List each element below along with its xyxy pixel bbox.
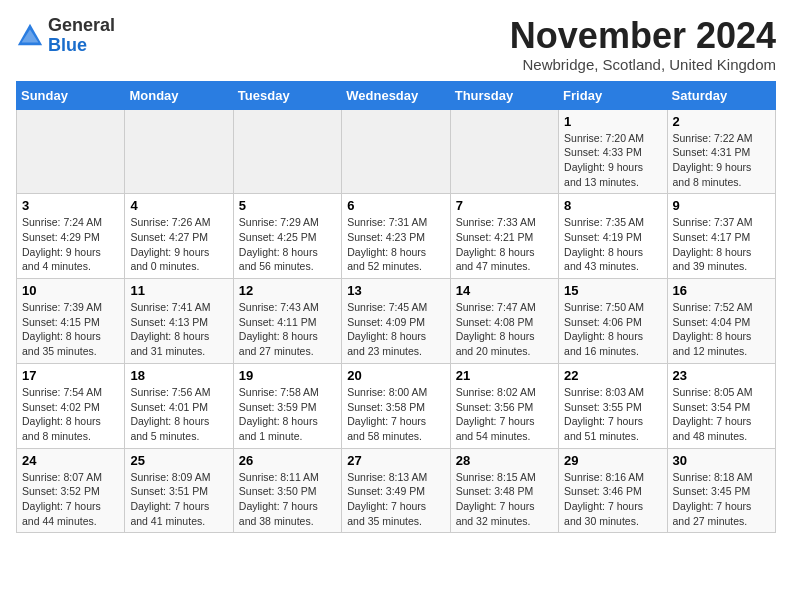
day-number: 26 bbox=[239, 453, 336, 468]
day-number: 3 bbox=[22, 198, 119, 213]
calendar-cell: 20Sunrise: 8:00 AM Sunset: 3:58 PM Dayli… bbox=[342, 363, 450, 448]
day-info: Sunrise: 7:56 AM Sunset: 4:01 PM Dayligh… bbox=[130, 385, 227, 444]
calendar-header-friday: Friday bbox=[559, 81, 667, 109]
day-number: 7 bbox=[456, 198, 553, 213]
logo-general: General bbox=[48, 15, 115, 35]
day-info: Sunrise: 8:13 AM Sunset: 3:49 PM Dayligh… bbox=[347, 470, 444, 529]
calendar-cell: 14Sunrise: 7:47 AM Sunset: 4:08 PM Dayli… bbox=[450, 279, 558, 364]
calendar-cell: 23Sunrise: 8:05 AM Sunset: 3:54 PM Dayli… bbox=[667, 363, 775, 448]
calendar-header-wednesday: Wednesday bbox=[342, 81, 450, 109]
day-number: 19 bbox=[239, 368, 336, 383]
day-info: Sunrise: 8:05 AM Sunset: 3:54 PM Dayligh… bbox=[673, 385, 770, 444]
day-number: 29 bbox=[564, 453, 661, 468]
day-info: Sunrise: 7:29 AM Sunset: 4:25 PM Dayligh… bbox=[239, 215, 336, 274]
day-info: Sunrise: 8:00 AM Sunset: 3:58 PM Dayligh… bbox=[347, 385, 444, 444]
calendar-cell: 2Sunrise: 7:22 AM Sunset: 4:31 PM Daylig… bbox=[667, 109, 775, 194]
calendar-cell: 16Sunrise: 7:52 AM Sunset: 4:04 PM Dayli… bbox=[667, 279, 775, 364]
day-info: Sunrise: 7:58 AM Sunset: 3:59 PM Dayligh… bbox=[239, 385, 336, 444]
day-number: 30 bbox=[673, 453, 770, 468]
calendar-cell bbox=[233, 109, 341, 194]
calendar-cell: 12Sunrise: 7:43 AM Sunset: 4:11 PM Dayli… bbox=[233, 279, 341, 364]
month-title: November 2024 bbox=[510, 16, 776, 56]
calendar-cell: 29Sunrise: 8:16 AM Sunset: 3:46 PM Dayli… bbox=[559, 448, 667, 533]
day-number: 5 bbox=[239, 198, 336, 213]
calendar-week-row: 1Sunrise: 7:20 AM Sunset: 4:33 PM Daylig… bbox=[17, 109, 776, 194]
calendar-cell: 13Sunrise: 7:45 AM Sunset: 4:09 PM Dayli… bbox=[342, 279, 450, 364]
calendar-cell: 10Sunrise: 7:39 AM Sunset: 4:15 PM Dayli… bbox=[17, 279, 125, 364]
day-info: Sunrise: 7:31 AM Sunset: 4:23 PM Dayligh… bbox=[347, 215, 444, 274]
calendar-cell: 7Sunrise: 7:33 AM Sunset: 4:21 PM Daylig… bbox=[450, 194, 558, 279]
calendar-cell: 9Sunrise: 7:37 AM Sunset: 4:17 PM Daylig… bbox=[667, 194, 775, 279]
calendar-cell bbox=[450, 109, 558, 194]
calendar-week-row: 17Sunrise: 7:54 AM Sunset: 4:02 PM Dayli… bbox=[17, 363, 776, 448]
day-info: Sunrise: 8:16 AM Sunset: 3:46 PM Dayligh… bbox=[564, 470, 661, 529]
day-info: Sunrise: 8:07 AM Sunset: 3:52 PM Dayligh… bbox=[22, 470, 119, 529]
calendar-cell: 3Sunrise: 7:24 AM Sunset: 4:29 PM Daylig… bbox=[17, 194, 125, 279]
calendar-week-row: 10Sunrise: 7:39 AM Sunset: 4:15 PM Dayli… bbox=[17, 279, 776, 364]
location: Newbridge, Scotland, United Kingdom bbox=[510, 56, 776, 73]
day-info: Sunrise: 7:39 AM Sunset: 4:15 PM Dayligh… bbox=[22, 300, 119, 359]
calendar-week-row: 3Sunrise: 7:24 AM Sunset: 4:29 PM Daylig… bbox=[17, 194, 776, 279]
calendar-cell: 4Sunrise: 7:26 AM Sunset: 4:27 PM Daylig… bbox=[125, 194, 233, 279]
day-info: Sunrise: 8:09 AM Sunset: 3:51 PM Dayligh… bbox=[130, 470, 227, 529]
calendar-cell: 5Sunrise: 7:29 AM Sunset: 4:25 PM Daylig… bbox=[233, 194, 341, 279]
day-info: Sunrise: 7:37 AM Sunset: 4:17 PM Dayligh… bbox=[673, 215, 770, 274]
calendar-cell: 19Sunrise: 7:58 AM Sunset: 3:59 PM Dayli… bbox=[233, 363, 341, 448]
calendar-cell: 17Sunrise: 7:54 AM Sunset: 4:02 PM Dayli… bbox=[17, 363, 125, 448]
calendar-cell: 11Sunrise: 7:41 AM Sunset: 4:13 PM Dayli… bbox=[125, 279, 233, 364]
day-info: Sunrise: 8:11 AM Sunset: 3:50 PM Dayligh… bbox=[239, 470, 336, 529]
logo: General Blue bbox=[16, 16, 115, 56]
day-number: 2 bbox=[673, 114, 770, 129]
day-number: 17 bbox=[22, 368, 119, 383]
calendar-header-monday: Monday bbox=[125, 81, 233, 109]
page-header: General Blue November 2024 Newbridge, Sc… bbox=[16, 16, 776, 73]
day-number: 9 bbox=[673, 198, 770, 213]
day-info: Sunrise: 7:20 AM Sunset: 4:33 PM Dayligh… bbox=[564, 131, 661, 190]
calendar-cell: 26Sunrise: 8:11 AM Sunset: 3:50 PM Dayli… bbox=[233, 448, 341, 533]
calendar-header-row: SundayMondayTuesdayWednesdayThursdayFrid… bbox=[17, 81, 776, 109]
day-number: 10 bbox=[22, 283, 119, 298]
day-number: 6 bbox=[347, 198, 444, 213]
day-info: Sunrise: 7:50 AM Sunset: 4:06 PM Dayligh… bbox=[564, 300, 661, 359]
day-info: Sunrise: 8:02 AM Sunset: 3:56 PM Dayligh… bbox=[456, 385, 553, 444]
logo-text: General Blue bbox=[48, 16, 115, 56]
title-block: November 2024 Newbridge, Scotland, Unite… bbox=[510, 16, 776, 73]
day-info: Sunrise: 7:35 AM Sunset: 4:19 PM Dayligh… bbox=[564, 215, 661, 274]
day-number: 23 bbox=[673, 368, 770, 383]
calendar-cell: 24Sunrise: 8:07 AM Sunset: 3:52 PM Dayli… bbox=[17, 448, 125, 533]
day-number: 11 bbox=[130, 283, 227, 298]
calendar-table: SundayMondayTuesdayWednesdayThursdayFrid… bbox=[16, 81, 776, 534]
calendar-cell: 28Sunrise: 8:15 AM Sunset: 3:48 PM Dayli… bbox=[450, 448, 558, 533]
day-number: 15 bbox=[564, 283, 661, 298]
calendar-header-sunday: Sunday bbox=[17, 81, 125, 109]
calendar-cell bbox=[342, 109, 450, 194]
day-number: 4 bbox=[130, 198, 227, 213]
day-number: 21 bbox=[456, 368, 553, 383]
day-info: Sunrise: 7:33 AM Sunset: 4:21 PM Dayligh… bbox=[456, 215, 553, 274]
calendar-cell: 30Sunrise: 8:18 AM Sunset: 3:45 PM Dayli… bbox=[667, 448, 775, 533]
calendar-header-saturday: Saturday bbox=[667, 81, 775, 109]
day-number: 8 bbox=[564, 198, 661, 213]
day-number: 27 bbox=[347, 453, 444, 468]
day-number: 13 bbox=[347, 283, 444, 298]
day-number: 20 bbox=[347, 368, 444, 383]
day-info: Sunrise: 8:15 AM Sunset: 3:48 PM Dayligh… bbox=[456, 470, 553, 529]
calendar-cell: 6Sunrise: 7:31 AM Sunset: 4:23 PM Daylig… bbox=[342, 194, 450, 279]
day-number: 12 bbox=[239, 283, 336, 298]
calendar-cell: 21Sunrise: 8:02 AM Sunset: 3:56 PM Dayli… bbox=[450, 363, 558, 448]
day-info: Sunrise: 8:18 AM Sunset: 3:45 PM Dayligh… bbox=[673, 470, 770, 529]
calendar-header-tuesday: Tuesday bbox=[233, 81, 341, 109]
calendar-cell bbox=[125, 109, 233, 194]
calendar-cell: 18Sunrise: 7:56 AM Sunset: 4:01 PM Dayli… bbox=[125, 363, 233, 448]
day-number: 25 bbox=[130, 453, 227, 468]
calendar-cell: 1Sunrise: 7:20 AM Sunset: 4:33 PM Daylig… bbox=[559, 109, 667, 194]
day-info: Sunrise: 7:26 AM Sunset: 4:27 PM Dayligh… bbox=[130, 215, 227, 274]
day-number: 1 bbox=[564, 114, 661, 129]
logo-blue: Blue bbox=[48, 35, 87, 55]
calendar-cell: 22Sunrise: 8:03 AM Sunset: 3:55 PM Dayli… bbox=[559, 363, 667, 448]
day-info: Sunrise: 7:47 AM Sunset: 4:08 PM Dayligh… bbox=[456, 300, 553, 359]
day-info: Sunrise: 7:24 AM Sunset: 4:29 PM Dayligh… bbox=[22, 215, 119, 274]
logo-icon bbox=[16, 22, 44, 50]
day-number: 16 bbox=[673, 283, 770, 298]
calendar-cell: 25Sunrise: 8:09 AM Sunset: 3:51 PM Dayli… bbox=[125, 448, 233, 533]
